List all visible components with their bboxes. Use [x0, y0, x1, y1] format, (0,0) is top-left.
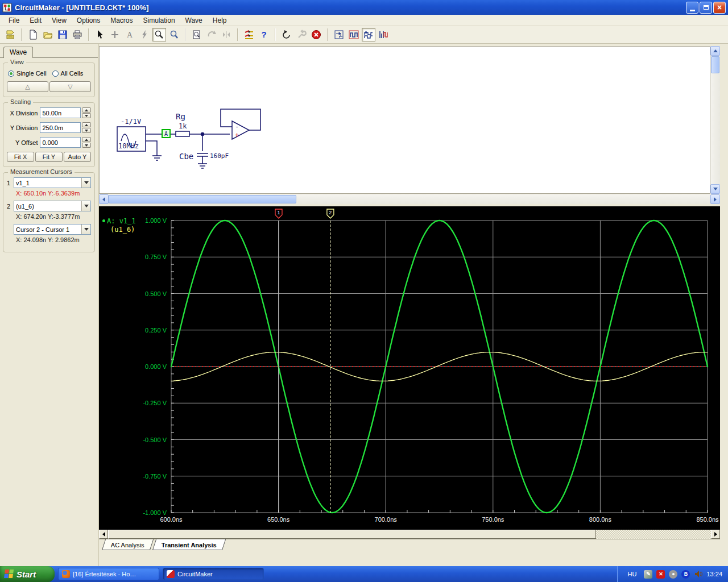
scroll-left-icon[interactable] — [99, 194, 109, 204]
print-icon[interactable] — [71, 28, 84, 41]
text-tool-icon[interactable]: A — [123, 28, 136, 41]
cursor2-index: 2 — [7, 203, 14, 210]
menu-options[interactable]: Options — [72, 15, 105, 26]
minimize-button[interactable] — [686, 2, 698, 14]
cell-down-button[interactable]: ▽ — [49, 81, 91, 92]
scrollbar-thumb[interactable] — [108, 530, 596, 539]
toolbar: A ? — [0, 26, 728, 44]
fit-y-button[interactable]: Fit Y — [35, 152, 63, 162]
reset-icon[interactable] — [280, 28, 293, 41]
menu-view[interactable]: View — [47, 15, 72, 26]
probe-tool-icon[interactable] — [152, 28, 166, 41]
x-division-input[interactable] — [40, 107, 81, 118]
y-offset-input[interactable] — [40, 137, 81, 148]
scroll-left-icon[interactable] — [99, 530, 108, 539]
y-division-label: Y Division — [7, 124, 38, 131]
waveform-viewer[interactable]: A: v1_1(u1_6) 121.000 V0.750 V0.500 V0.2… — [99, 206, 720, 530]
cursor1-signal-combo[interactable]: v1_1 — [14, 177, 91, 188]
waveform-horizontal-scrollbar[interactable] — [99, 530, 720, 539]
single-cell-radio[interactable] — [8, 70, 14, 77]
scroll-up-icon[interactable] — [710, 46, 720, 56]
digital-waveform-icon[interactable] — [347, 28, 361, 41]
chevron-down-icon[interactable] — [81, 178, 90, 188]
cursor2-signal-combo[interactable]: (u1_6) — [14, 201, 91, 211]
all-cells-radio[interactable] — [52, 70, 59, 77]
svg-text:?: ? — [261, 30, 266, 39]
graphics-tablet-icon[interactable]: ✎ — [644, 570, 652, 579]
delete-lightning-icon[interactable] — [138, 28, 151, 41]
cell-up-button[interactable]: △ — [7, 81, 48, 92]
restore-button[interactable] — [700, 2, 712, 14]
scroll-right-icon[interactable] — [711, 530, 720, 539]
schematic-canvas[interactable]: A -1/1V 10MHz Rg 1k Cbe 160pF - + — [99, 46, 710, 194]
mixed-signal-icon[interactable] — [377, 28, 390, 41]
open-file-icon[interactable] — [41, 28, 55, 41]
menu-macros[interactable]: Macros — [105, 15, 138, 26]
x-axis-label: 600.0ns — [160, 516, 183, 523]
all-cells-label: All Cells — [61, 70, 84, 77]
cursor-flag-1[interactable]: 1 — [275, 209, 282, 218]
zoom-preview-icon[interactable] — [190, 28, 204, 41]
resistor-value: 1k — [179, 122, 187, 130]
select-arrow-icon[interactable] — [93, 28, 107, 41]
menu-simulation[interactable]: Simulation — [138, 15, 180, 26]
language-indicator[interactable]: HU — [624, 569, 640, 579]
scroll-right-icon[interactable] — [710, 194, 720, 204]
simulation-switches-icon[interactable] — [242, 28, 256, 41]
tab-wave[interactable]: Wave — [3, 47, 33, 58]
y-axis-label: 0.750 V — [145, 253, 167, 260]
rotate-icon[interactable] — [205, 28, 218, 41]
y-offset-spinner[interactable] — [82, 137, 91, 148]
cursor-flag-2[interactable]: 2 — [327, 209, 334, 218]
menu-file[interactable]: File — [3, 15, 24, 26]
stop-simulation-icon[interactable] — [309, 28, 323, 41]
taskbar-task-inactive[interactable]: [16] Értesítések - Ho… — [58, 568, 159, 580]
close-button[interactable]: × — [713, 2, 726, 14]
taskbar-clock: 13:24 — [706, 571, 722, 577]
wrench-icon[interactable] — [295, 28, 308, 41]
y-division-spinner[interactable] — [82, 122, 91, 133]
cursor-diff-readout: X: 24.098n Y: 2.9862m — [16, 236, 91, 243]
menu-wave[interactable]: Wave — [180, 15, 208, 26]
title-bar[interactable]: CircuitMaker - [UNTITLED.CKT* 100%] × — [0, 0, 728, 15]
scaling-legend: Scaling — [8, 98, 33, 105]
legend-entry[interactable]: (u1_6) — [102, 225, 136, 234]
scroll-down-icon[interactable] — [710, 184, 720, 194]
scrollbar-thumb[interactable] — [109, 195, 296, 203]
wire-plus-icon[interactable] — [108, 28, 122, 41]
save-file-icon[interactable] — [56, 28, 69, 41]
cursor-diff-combo[interactable]: Cursor 2 - Cursor 1 — [14, 224, 91, 235]
chevron-down-icon[interactable] — [81, 225, 90, 234]
security-shield-icon[interactable]: ✕ — [656, 570, 665, 579]
resistor-symbol — [176, 131, 189, 136]
new-file-icon[interactable] — [26, 28, 40, 41]
bluetooth-icon[interactable]: B — [681, 570, 690, 579]
legend-bullet-icon — [102, 219, 105, 222]
waveform-cursor-icon[interactable] — [362, 28, 375, 41]
mirror-icon[interactable] — [220, 28, 233, 41]
y-axis-label: 0.500 V — [145, 290, 167, 297]
probe-label[interactable]: A — [164, 131, 168, 137]
tab-transient-analysis[interactable]: Transient Analysis — [152, 539, 226, 550]
scope-setup-icon[interactable] — [332, 28, 346, 41]
schematic-vertical-scrollbar[interactable] — [710, 46, 720, 194]
x-division-spinner[interactable] — [82, 107, 91, 118]
x-axis-label: 700.0ns — [375, 516, 398, 523]
start-button[interactable]: Start — [0, 566, 55, 582]
audio-device-icon[interactable]: ● — [669, 570, 677, 579]
fit-x-button[interactable]: Fit X — [7, 152, 34, 162]
auto-y-button[interactable]: Auto Y — [64, 152, 91, 162]
zoom-tool-icon[interactable] — [167, 28, 181, 41]
chevron-down-icon[interactable] — [81, 201, 90, 211]
scrollbar-thumb[interactable] — [711, 56, 719, 73]
legend-entry[interactable]: A: v1_1 — [102, 217, 136, 225]
menu-edit[interactable]: Edit — [24, 15, 47, 26]
volume-icon[interactable] — [694, 570, 702, 579]
help-icon[interactable]: ? — [257, 28, 271, 41]
menu-help[interactable]: Help — [208, 15, 232, 26]
schematic-horizontal-scrollbar[interactable] — [99, 194, 720, 204]
parts-browser-icon[interactable] — [3, 28, 17, 41]
y-division-input[interactable] — [40, 122, 81, 133]
taskbar-task-active[interactable]: CircuitMaker — [163, 568, 264, 580]
tab-ac-analysis[interactable]: AC Analysis — [102, 539, 154, 550]
